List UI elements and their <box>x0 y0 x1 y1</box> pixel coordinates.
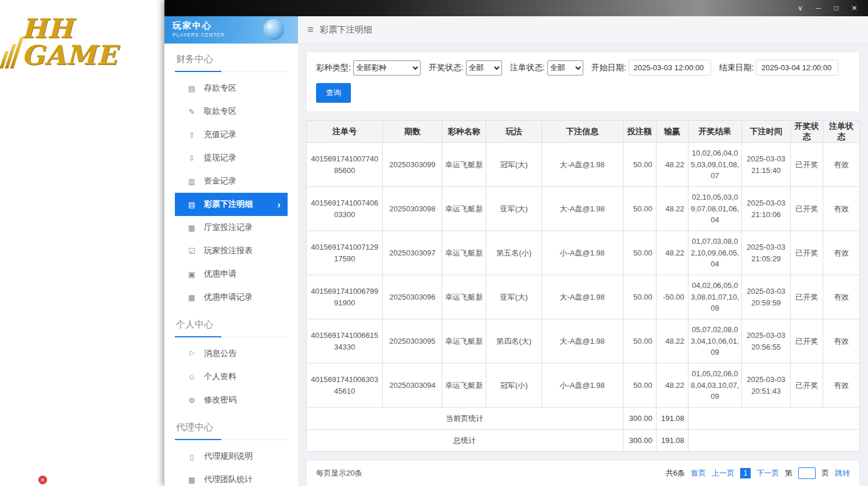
bets-table: 注单号 期数 彩种名称 玩法 下注信息 投注额 输赢 开奖结果 下注时间 开奖状… <box>306 120 860 452</box>
sidebar-item-change-password[interactable]: ⚙ 修改密码 <box>175 388 288 412</box>
end-date-input[interactable] <box>756 60 838 75</box>
bell-icon: ⚐ <box>187 350 196 358</box>
cell-order-no: 401569174100661534330 <box>307 319 383 363</box>
start-date-label: 开始日期: <box>591 63 626 73</box>
chart-icon: ▦ <box>187 476 196 484</box>
summary-winloss: 191.08 <box>656 408 688 430</box>
sidebar-item-label: 消息公告 <box>204 348 236 359</box>
error-close-icon[interactable]: ✕ <box>38 476 47 484</box>
cell-bet-time: 2025-03-03 21:15:40 <box>742 143 791 187</box>
section-title-agent: 代理中心 <box>175 416 288 440</box>
sidebar-item-hall-bet-records[interactable]: ▦ 厅室投注记录 <box>175 216 288 239</box>
start-date-input[interactable] <box>629 60 711 75</box>
window-minimize-icon[interactable]: ─ <box>809 0 827 16</box>
table-row: 401569174100679991900 20250303096 幸运飞艇新 … <box>307 275 860 319</box>
cell-play: 亚军(大) <box>486 275 541 319</box>
app-window: ∨ ─ □ ✕ 玩家中心 PLAYERS CENTER 财务中心 ▤ 存款专区 <box>164 0 868 486</box>
summary-label: 当前页统计 <box>307 408 623 430</box>
sidebar-item-label: 提现记录 <box>204 153 236 163</box>
sidebar-item-deposit-zone[interactable]: ▤ 存款专区 <box>175 77 288 100</box>
table-row: 401569174100740603300 20250303098 幸运飞艇新 … <box>307 187 860 231</box>
sidebar-item-player-bet-report[interactable]: ☑ 玩家投注报表 <box>175 239 288 262</box>
sidebar-item-label: 取款专区 <box>204 106 236 117</box>
sidebar-item-promo-apply[interactable]: ▣ 优惠申请 <box>175 262 288 286</box>
sidebar-item-messages[interactable]: ⚐ 消息公告 <box>175 342 288 365</box>
cell-winloss: 48.22 <box>656 231 688 275</box>
sidebar-item-recharge-records[interactable]: ⇧ 充值记录 <box>175 123 288 146</box>
prev-page-link[interactable]: 上一页 <box>712 468 734 478</box>
lottery-type-select[interactable]: 全部彩种 <box>353 60 421 75</box>
cell-play: 冠军(大) <box>486 143 541 187</box>
table-header-row: 注单号 期数 彩种名称 玩法 下注信息 投注额 输赢 开奖结果 下注时间 开奖状… <box>307 121 860 143</box>
window-titlebar: ∨ ─ □ ✕ <box>164 0 868 16</box>
menu-toggle-icon[interactable]: ≡ <box>307 24 314 36</box>
col-header-result: 开奖结果 <box>688 121 741 143</box>
jump-button[interactable]: 跳转 <box>835 468 850 478</box>
col-header-order-no: 注单号 <box>307 121 383 143</box>
sidebar-item-promo-apply-records[interactable]: ▦ 优惠申请记录 <box>175 286 288 309</box>
cell-winloss: 48.22 <box>656 363 688 408</box>
current-page-badge[interactable]: 1 <box>740 468 751 478</box>
table-row: 401569174100661534330 20250303095 幸运飞艇新 … <box>307 319 860 363</box>
cell-order-status: 有效 <box>823 187 860 231</box>
cell-order-no: 401569174100679991900 <box>307 275 383 319</box>
sidebar-item-profile[interactable]: ☺ 个人资料 <box>175 365 288 388</box>
cell-result: 10,02,06,04,05,03,09,01,08,07 <box>688 143 741 187</box>
col-header-bet-info: 下注信息 <box>541 121 623 143</box>
recharge-record-icon: ⇧ <box>187 131 196 139</box>
cell-amount: 50.00 <box>623 231 656 275</box>
cell-order-no: 401569174100774085600 <box>307 143 383 187</box>
window-close-icon[interactable]: ✕ <box>845 0 863 16</box>
cell-lottery: 幸运飞艇新 <box>442 187 486 231</box>
cell-result: 05,07,02,08,03,04,10,06,01,09 <box>688 319 741 363</box>
cell-draw-status: 已开奖 <box>790 275 823 319</box>
sidebar-item-agent-rules[interactable]: ▯ 代理规则说明 <box>175 445 288 468</box>
chevron-right-icon: › <box>277 200 281 210</box>
cell-amount: 50.00 <box>623 187 656 231</box>
total-count: 共6条 <box>666 468 685 478</box>
bets-table-panel: 注单号 期数 彩种名称 玩法 下注信息 投注额 输赢 开奖结果 下注时间 开奖状… <box>306 120 860 452</box>
cell-order-no: 401569174100630345610 <box>307 363 383 408</box>
cell-period: 20250303094 <box>383 363 442 408</box>
page-jump-input[interactable] <box>798 467 816 479</box>
sidebar-item-label: 优惠申请 <box>204 269 236 279</box>
sidebar-item-funds-records[interactable]: ▥ 资金记录 <box>175 170 288 193</box>
cell-draw-status: 已开奖 <box>790 231 823 275</box>
cell-order-status: 有效 <box>823 319 860 363</box>
cell-draw-status: 已开奖 <box>790 363 823 408</box>
desktop-background: HH GAME ✕ <box>0 0 164 486</box>
next-page-link[interactable]: 下一页 <box>756 468 779 478</box>
sidebar-item-label: 代理团队统计 <box>204 474 253 485</box>
sidebar-item-withdraw-zone[interactable]: ✎ 取款专区 <box>175 100 288 123</box>
draw-status-select[interactable]: 全部 <box>466 60 502 75</box>
cell-amount: 50.00 <box>623 275 656 319</box>
search-button[interactable]: 查询 <box>316 83 351 103</box>
summary-label: 总统计 <box>307 430 623 452</box>
cell-bet-info: 小-A盘@1.98 <box>541 231 623 275</box>
cell-order-status: 有效 <box>823 143 860 187</box>
cell-lottery: 幸运飞艇新 <box>442 275 486 319</box>
window-menu-icon[interactable]: ∨ <box>791 0 809 16</box>
window-maximize-icon[interactable]: □ <box>827 0 845 16</box>
first-page-link[interactable]: 首页 <box>691 468 706 478</box>
page-summary-row: 当前页统计 300.00 191.08 <box>307 408 860 430</box>
withdrawal-record-icon: ⇩ <box>187 154 196 163</box>
cell-period: 20250303097 <box>383 231 442 275</box>
sidebar-item-agent-team-stats[interactable]: ▦ 代理团队统计 <box>175 468 288 486</box>
sidebar-item-lottery-bet-details[interactable]: ▤ 彩票下注明细 › <box>175 193 288 216</box>
cell-bet-info: 小-A盘@1.98 <box>541 363 623 408</box>
col-header-bet-time: 下注时间 <box>742 121 791 143</box>
jump-label-after: 页 <box>822 468 829 478</box>
cell-bet-info: 大-A盘@1.98 <box>541 143 623 187</box>
cell-period: 20250303098 <box>383 187 442 231</box>
order-status-select[interactable]: 全部 <box>547 60 583 75</box>
cell-draw-status: 已开奖 <box>790 319 823 363</box>
cell-play: 冠军(小) <box>486 363 541 408</box>
sidebar-item-withdraw-records[interactable]: ⇩ 提现记录 <box>175 146 288 170</box>
main-content: ≡ 彩票下注明细 彩种类型: 全部彩种 开奖状态: 全部 注单 <box>298 16 868 486</box>
content-topbar: ≡ 彩票下注明细 <box>298 16 868 44</box>
cell-bet-info: 大-A盘@1.98 <box>541 319 623 363</box>
end-date-label: 结束日期: <box>719 63 754 73</box>
section-title-personal: 个人中心 <box>175 314 288 337</box>
cell-amount: 50.00 <box>623 319 656 363</box>
